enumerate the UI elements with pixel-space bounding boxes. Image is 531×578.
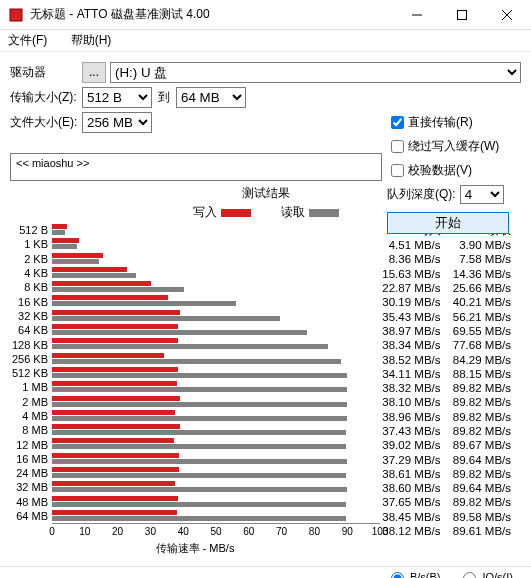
unit-bs-radio[interactable]: B/s(B) (386, 569, 441, 578)
chart-row: 32 KB (10, 309, 380, 323)
x-tick: 90 (342, 526, 353, 537)
bypass-cache-checkbox[interactable]: 绕过写入缓存(W) (387, 137, 517, 156)
transfer-size-to[interactable]: 64 MB (176, 87, 246, 108)
table-row: 38.12 MB/s89.61 MB/s (380, 524, 521, 538)
table-row: 37.65 MB/s89.82 MB/s (380, 495, 521, 509)
chart-row: 2 KB (10, 252, 380, 266)
transfer-size-from[interactable]: 512 B (82, 87, 152, 108)
x-tick: 20 (112, 526, 123, 537)
table-row: 38.10 MB/s89.82 MB/s (380, 395, 521, 409)
table-row: 38.97 MB/s69.55 MB/s (380, 324, 521, 338)
y-tick: 16 KB (10, 296, 52, 308)
y-tick: 128 KB (10, 339, 52, 351)
table-row: 37.29 MB/s89.64 MB/s (380, 452, 521, 466)
y-tick: 4 MB (10, 410, 52, 422)
results-table: 4.51 MB/s3.90 MB/s8.36 MB/s7.58 MB/s15.6… (380, 238, 521, 538)
chart-row: 8 KB (10, 280, 380, 294)
chart-x-axis: 0102030405060708090100 (52, 523, 380, 547)
chart-plot: 512 B 1 KB 2 KB 4 KB 8 KB 16 KB 32 KB 64… (10, 223, 380, 523)
y-tick: 256 KB (10, 353, 52, 365)
y-tick: 16 MB (10, 453, 52, 465)
x-tick: 50 (210, 526, 221, 537)
chart-row: 512 KB (10, 366, 380, 380)
svg-rect-0 (10, 9, 22, 21)
table-row: 34.11 MB/s88.15 MB/s (380, 367, 521, 381)
menu-bar: 文件(F) 帮助(H) (0, 30, 531, 52)
chart-row: 1 MB (10, 380, 380, 394)
maximize-button[interactable] (439, 0, 484, 30)
direct-io-checkbox[interactable]: 直接传输(R) (387, 113, 517, 132)
app-icon (8, 7, 24, 23)
chart-row: 4 MB (10, 409, 380, 423)
table-row: 39.02 MB/s89.67 MB/s (380, 438, 521, 452)
drive-browse-button[interactable]: ... (82, 62, 106, 83)
file-size-select[interactable]: 256 MB (82, 112, 152, 133)
table-row: 30.19 MB/s40.21 MB/s (380, 295, 521, 309)
minimize-button[interactable] (394, 0, 439, 30)
table-row: 38.32 MB/s89.82 MB/s (380, 381, 521, 395)
chart-row: 512 B (10, 223, 380, 237)
y-tick: 2 KB (10, 253, 52, 265)
chart-row: 256 KB (10, 352, 380, 366)
y-tick: 8 KB (10, 281, 52, 293)
chart-row: 8 MB (10, 423, 380, 437)
table-row: 38.96 MB/s89.82 MB/s (380, 410, 521, 424)
chart-row: 64 KB (10, 323, 380, 337)
chart-row: 32 MB (10, 480, 380, 494)
queue-depth-select[interactable]: 4 (460, 185, 504, 204)
chart-row: 12 MB (10, 437, 380, 451)
table-row: 38.34 MB/s77.68 MB/s (380, 338, 521, 352)
y-tick: 24 MB (10, 467, 52, 479)
label-file-size: 文件大小(E): (10, 114, 82, 131)
menu-file[interactable]: 文件(F) (8, 33, 57, 47)
svg-rect-2 (457, 10, 466, 19)
x-tick: 70 (276, 526, 287, 537)
table-row: 4.51 MB/s3.90 MB/s (380, 238, 521, 252)
y-tick: 48 MB (10, 496, 52, 508)
table-row: 35.43 MB/s56.21 MB/s (380, 309, 521, 323)
y-tick: 12 MB (10, 439, 52, 451)
table-row: 22.87 MB/s25.66 MB/s (380, 281, 521, 295)
start-button[interactable]: 开始 (387, 212, 509, 234)
chart-row: 16 MB (10, 452, 380, 466)
x-tick: 40 (178, 526, 189, 537)
table-row: 8.36 MB/s7.58 MB/s (380, 252, 521, 266)
table-row: 15.63 MB/s14.36 MB/s (380, 267, 521, 281)
chart-row: 64 MB (10, 509, 380, 523)
chart-row: 1 KB (10, 237, 380, 251)
unit-ios-radio[interactable]: IO/s(I) (458, 569, 513, 578)
verify-input[interactable] (391, 164, 404, 177)
y-tick: 8 MB (10, 424, 52, 436)
verify-checkbox[interactable]: 校验数据(V) (387, 161, 517, 180)
window-title: 无标题 - ATTO 磁盘基准测试 4.00 (30, 6, 394, 23)
direct-io-input[interactable] (391, 116, 404, 129)
label-to: 到 (158, 89, 170, 106)
x-tick: 100 (372, 526, 389, 537)
chart-row: 16 KB (10, 294, 380, 308)
chart-row: 4 KB (10, 266, 380, 280)
y-tick: 512 B (10, 224, 52, 236)
label-drive: 驱动器 (10, 64, 82, 81)
table-row: 38.52 MB/s84.29 MB/s (380, 352, 521, 366)
y-tick: 1 MB (10, 381, 52, 393)
y-tick: 512 KB (10, 367, 52, 379)
label-transfer-size: 传输大小(Z): (10, 89, 82, 106)
label-queue: 队列深度(Q): (387, 186, 456, 203)
bypass-cache-input[interactable] (391, 140, 404, 153)
x-tick: 0 (49, 526, 55, 537)
y-tick: 4 KB (10, 267, 52, 279)
close-button[interactable] (484, 0, 529, 30)
y-tick: 1 KB (10, 238, 52, 250)
description-box[interactable]: << miaoshu >> (10, 153, 382, 181)
chart-row: 48 MB (10, 495, 380, 509)
table-row: 37.43 MB/s89.82 MB/s (380, 424, 521, 438)
x-tick: 10 (79, 526, 90, 537)
menu-help[interactable]: 帮助(H) (71, 33, 122, 47)
drive-select[interactable]: (H:) U 盘 (110, 62, 521, 83)
y-tick: 2 MB (10, 396, 52, 408)
table-row: 38.60 MB/s89.64 MB/s (380, 481, 521, 495)
x-tick: 80 (309, 526, 320, 537)
table-row: 38.61 MB/s89.82 MB/s (380, 467, 521, 481)
chart-row: 2 MB (10, 395, 380, 409)
x-tick: 30 (145, 526, 156, 537)
